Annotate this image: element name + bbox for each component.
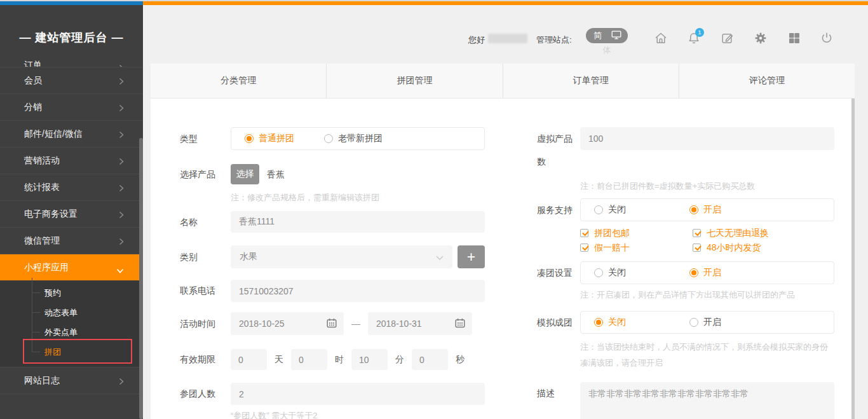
submenu-item-groupbuy[interactable]: 拼团 xyxy=(0,342,143,362)
gather-note: 注：开启凑团，则在产品详情下方出现其他可以拼团的产品 xyxy=(580,289,834,301)
sidebar-item-orders[interactable]: 订单 xyxy=(0,55,143,67)
tab-groupbuy-management[interactable]: 拼团管理 xyxy=(326,64,502,98)
checkbox-fake-one-pay-ten[interactable]: 假一赔十 xyxy=(580,241,693,254)
validity-label: 有效期限 xyxy=(180,349,231,370)
checkbox-icon xyxy=(580,244,588,252)
form-right-column: 虚拟产品数 注：前台已拼团件数=虚拟数量+实际已购买总数 服务支持 关闭 开启 … xyxy=(537,127,834,419)
start-date-input[interactable]: 2018-10-25 xyxy=(231,312,344,335)
checkbox-ship-48h[interactable]: 48小时内发货 xyxy=(693,241,834,254)
tab-category-management[interactable]: 分类管理 xyxy=(151,64,326,98)
header: 您好 管理站点: 简 体 1 xyxy=(143,5,868,64)
sidebar-item-marketing[interactable]: 营销活动 xyxy=(0,147,143,174)
phone-label: 联系电话 xyxy=(180,280,231,302)
sidebar-item-wechat[interactable]: 微信管理 xyxy=(0,227,143,254)
simulate-note: 注：当该团快结束时，人员不满的情况下，则系统会模拟买家的身份凑满该团，请合理开启 xyxy=(580,339,834,371)
sidebar-item-miniprogram[interactable]: 小程序应用 xyxy=(0,254,143,280)
radio-simulate-on[interactable]: 开启 xyxy=(689,317,721,328)
category-select[interactable]: 水果 xyxy=(231,245,452,268)
form-left-column: 类型 普通拼团 老带新拼团 选择产品 选择 香蕉 注：修改产品规格后，需重新编辑… xyxy=(180,127,485,419)
name-input[interactable] xyxy=(231,211,485,233)
simulate-label: 模拟成团 xyxy=(537,311,580,371)
site-label: 管理站点: xyxy=(536,34,572,46)
sidebar-item-messaging[interactable]: 邮件/短信/微信 xyxy=(0,120,143,147)
time-label: 活动时间 xyxy=(180,312,231,335)
validity-seconds-input[interactable] xyxy=(412,349,448,370)
gather-radio-group: 关闭 开启 xyxy=(580,261,834,284)
sidebar-nav: 订单 会员 分销 邮件/短信/微信 营销活动 统计报表 电子商务设置 微信管理 xyxy=(0,55,143,408)
radio-icon xyxy=(594,318,603,327)
calendar-icon xyxy=(327,318,337,330)
grid-icon[interactable] xyxy=(787,31,801,45)
tab-comment-management[interactable]: 评论管理 xyxy=(679,64,855,98)
content-scrollbar[interactable] xyxy=(851,99,855,419)
chevron-right-icon xyxy=(119,77,124,85)
validity-hours-unit: 时 xyxy=(335,349,344,370)
checkbox-icon xyxy=(693,229,701,237)
checkbox-7day-return[interactable]: 七天无理由退换 xyxy=(693,226,834,239)
validity-minutes-input[interactable] xyxy=(351,349,388,370)
sidebar-item-distribution[interactable]: 分销 xyxy=(0,93,143,120)
radio-referral-groupbuy[interactable]: 老带新拼团 xyxy=(324,133,383,144)
chevron-right-icon xyxy=(119,157,124,165)
product-note: 注：修改产品规格后，需重新编辑该拼团 xyxy=(231,192,485,203)
phone-input[interactable] xyxy=(231,280,485,302)
username-redacted xyxy=(488,34,527,43)
select-product-button[interactable]: 选择 xyxy=(231,164,259,184)
chevron-right-icon xyxy=(119,104,124,111)
validity-hours-input[interactable] xyxy=(291,349,327,370)
radio-icon xyxy=(689,318,698,327)
language-secondary: 体 xyxy=(586,45,628,56)
type-radio-group: 普通拼团 老带新拼团 xyxy=(231,127,485,150)
radio-service-off[interactable]: 关闭 xyxy=(594,204,689,216)
miniprogram-submenu: 预约 动态表单 外卖点单 拼团 xyxy=(0,280,143,367)
product-value: 香蕉 xyxy=(267,164,285,184)
sidebar: — 建站管理后台 — 订单 会员 分销 邮件/短信/微信 营销活动 统计报表 电… xyxy=(0,5,143,419)
add-category-button[interactable]: + xyxy=(458,245,485,268)
submenu-item-takeout[interactable]: 外卖点单 xyxy=(0,322,143,342)
checkbox-icon xyxy=(580,229,588,237)
radio-icon xyxy=(245,134,254,143)
radio-gather-on[interactable]: 开启 xyxy=(689,267,721,278)
description-textarea[interactable]: 非常非常非常非常非常非常非常非常非常 xyxy=(580,382,834,419)
monitor-icon xyxy=(611,31,621,41)
radio-gather-off[interactable]: 关闭 xyxy=(594,267,689,278)
submenu-item-dynamic-form[interactable]: 动态表单 xyxy=(0,303,143,322)
validity-minutes-unit: 分 xyxy=(395,349,404,370)
validity-days-input[interactable] xyxy=(231,349,267,370)
greeting-text: 您好 xyxy=(468,34,485,46)
people-input[interactable] xyxy=(231,383,485,405)
power-icon[interactable] xyxy=(820,31,834,45)
home-icon[interactable] xyxy=(654,31,668,45)
validity-days-unit: 天 xyxy=(275,349,283,370)
radio-simulate-off[interactable]: 关闭 xyxy=(594,317,689,328)
language-toggle[interactable]: 简 xyxy=(586,28,628,43)
chevron-down-icon xyxy=(116,265,124,270)
gear-icon[interactable] xyxy=(754,31,768,45)
checkbox-free-shipping[interactable]: 拼团包邮 xyxy=(580,226,693,239)
sidebar-item-members[interactable]: 会员 xyxy=(0,67,143,93)
chevron-right-icon xyxy=(119,377,124,385)
people-label: 参团人数 xyxy=(180,383,231,405)
notification-badge: 1 xyxy=(695,28,704,37)
radio-normal-groupbuy[interactable]: 普通拼团 xyxy=(245,133,324,144)
sidebar-item-partial xyxy=(0,394,143,408)
sidebar-item-reports[interactable]: 统计报表 xyxy=(0,174,143,200)
gather-label: 凑团设置 xyxy=(537,261,580,301)
radio-icon xyxy=(324,134,333,143)
product-control: 选择 香蕉 xyxy=(231,164,485,184)
virtual-note: 注：前台已拼团件数=虚拟数量+实际已购买总数 xyxy=(580,181,834,192)
people-note: “参团人数” 需大于等于2 xyxy=(231,410,485,419)
name-label: 名称 xyxy=(180,211,231,233)
submenu-item-reservation[interactable]: 预约 xyxy=(0,283,143,303)
tab-order-management[interactable]: 订单管理 xyxy=(503,64,679,98)
edit-icon[interactable] xyxy=(721,31,735,45)
sidebar-item-ecommerce[interactable]: 电子商务设置 xyxy=(0,200,143,227)
date-range-separator: — xyxy=(351,312,360,335)
chevron-down-icon xyxy=(436,252,444,262)
sidebar-item-sitelog[interactable]: 网站日志 xyxy=(0,367,143,394)
service-label: 服务支持 xyxy=(537,198,580,254)
radio-service-on[interactable]: 开启 xyxy=(689,204,721,216)
end-date-input[interactable]: 2018-10-31 xyxy=(368,312,472,335)
virtual-input[interactable] xyxy=(580,127,834,150)
chevron-right-icon xyxy=(119,184,124,191)
